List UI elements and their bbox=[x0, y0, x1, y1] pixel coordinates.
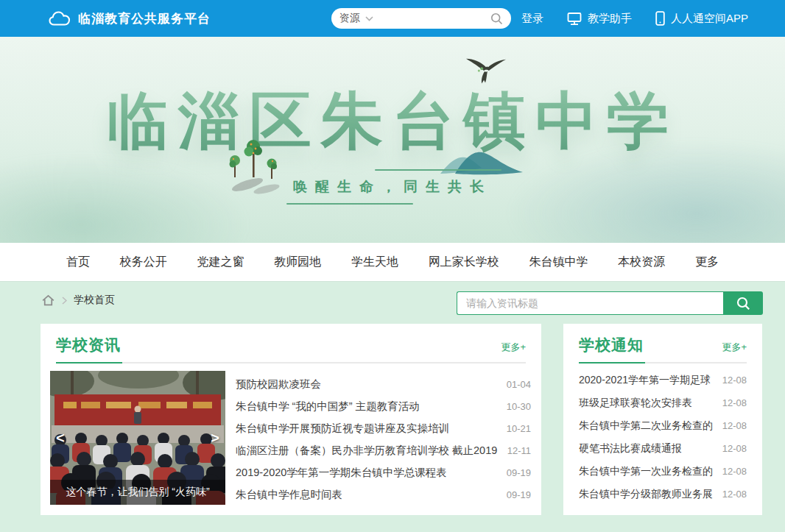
cloud-icon bbox=[49, 10, 71, 26]
login-label: 登录 bbox=[521, 12, 543, 26]
notice-item-date: 12-08 bbox=[722, 375, 747, 386]
school-notice-panel: 学校通知 更多+ 2020-2021学年第一学期足球 12-08 班级足球联赛轮… bbox=[563, 324, 762, 515]
news-item[interactable]: 2019-2020学年第一学期朱台镇中学总课程表 09-19 bbox=[236, 461, 531, 483]
news-item-title[interactable]: 预防校园欺凌班会 bbox=[236, 377, 498, 391]
notice-item-date: 12-08 bbox=[722, 397, 747, 408]
chevron-down-icon[interactable] bbox=[365, 16, 373, 21]
header-links: 登录 教学助手 人人通空间APP bbox=[521, 0, 748, 37]
carousel-caption[interactable]: 这个春节，让我们告别 “火药味” bbox=[50, 480, 225, 505]
banner-slogan-block: 唤醒生命，同生共长 bbox=[0, 169, 785, 205]
news-item[interactable]: 朱台镇中学开展预防近视专题讲座及实操培训 10-21 bbox=[236, 417, 531, 439]
notice-item-date: 12-08 bbox=[722, 420, 747, 431]
news-item-date: 10-21 bbox=[507, 423, 531, 434]
notice-item[interactable]: 2020-2021学年第一学期足球 12-08 bbox=[579, 369, 747, 391]
search-icon[interactable] bbox=[490, 13, 503, 25]
nav-item-student-world[interactable]: 学生天地 bbox=[351, 255, 398, 270]
breadcrumb-current[interactable]: 学校首页 bbox=[74, 294, 115, 307]
news-item-date: 12-11 bbox=[507, 445, 531, 456]
login-link[interactable]: 登录 bbox=[521, 12, 543, 26]
school-name-title: 临淄区朱台镇中学 bbox=[0, 79, 785, 163]
header-search-bar[interactable]: 资源 bbox=[331, 8, 511, 29]
notice-item-date: 12-08 bbox=[722, 489, 747, 500]
news-item-title[interactable]: 朱台镇中学开展预防近视专题讲座及实操培训 bbox=[236, 422, 498, 436]
notice-item[interactable]: 朱台镇中学第二次业务检查的 12-08 bbox=[579, 414, 747, 437]
notice-item-title[interactable]: 2020-2021学年第一学期足球 bbox=[579, 374, 714, 387]
news-item-title[interactable]: 朱台镇中学作息时间表 bbox=[236, 488, 498, 502]
notice-list: 2020-2021学年第一学期足球 12-08 班级足球联赛轮次安排表 12-0… bbox=[563, 363, 762, 506]
search-category-dropdown[interactable]: 资源 bbox=[339, 12, 360, 25]
notice-more-link[interactable]: 更多+ bbox=[722, 341, 747, 354]
news-panel-divider bbox=[56, 362, 526, 363]
school-banner: 临淄区朱台镇中学 bbox=[0, 37, 785, 243]
breadcrumb: 学校首页 bbox=[41, 294, 115, 307]
carousel-next-arrow[interactable]: > bbox=[211, 430, 219, 445]
notice-item[interactable]: 班级足球联赛轮次安排表 12-08 bbox=[579, 391, 747, 414]
nav-item-more[interactable]: 更多 bbox=[695, 255, 719, 270]
notice-panel-divider bbox=[579, 362, 747, 363]
swallow-icon bbox=[465, 57, 507, 91]
teaching-assistant-label: 教学助手 bbox=[588, 12, 632, 26]
carousel-prev-arrow[interactable]: < bbox=[56, 430, 65, 445]
news-search-button[interactable] bbox=[723, 291, 763, 315]
notice-item-title[interactable]: 朱台镇中学第一次业务检查的 bbox=[579, 465, 714, 478]
notice-item-title[interactable]: 班级足球联赛轮次安排表 bbox=[579, 397, 714, 410]
notice-item[interactable]: 硬笔书法比赛成绩通报 12-08 bbox=[579, 437, 747, 460]
phone-icon bbox=[655, 11, 665, 26]
notice-item-title[interactable]: 朱台镇中学分级部教师业务展 bbox=[579, 488, 714, 501]
news-item-date: 01-04 bbox=[507, 379, 531, 390]
teaching-assistant-link[interactable]: 教学助手 bbox=[567, 12, 632, 26]
news-item-title[interactable]: 2019-2020学年第一学期朱台镇中学总课程表 bbox=[236, 466, 498, 480]
slogan-line-bottom bbox=[286, 203, 413, 205]
news-panel-title: 学校资讯 bbox=[56, 335, 121, 355]
nav-item-teacher-garden[interactable]: 教师园地 bbox=[274, 255, 321, 270]
news-search-input[interactable] bbox=[457, 291, 723, 315]
page: 临淄教育公共服务平台 资源 登录 教学助手 bbox=[0, 0, 785, 532]
news-more-link[interactable]: 更多+ bbox=[501, 341, 526, 354]
news-item[interactable]: 朱台镇中学 “我的中国梦” 主题教育活动 10-30 bbox=[236, 395, 531, 417]
news-list: 预防校园欺凌班会 01-04 朱台镇中学 “我的中国梦” 主题教育活动 10-3… bbox=[236, 371, 531, 506]
news-item[interactable]: 预防校园欺凌班会 01-04 bbox=[236, 373, 531, 395]
top-header-bar: 临淄教育公共服务平台 资源 登录 教学助手 bbox=[0, 0, 785, 37]
news-item-title[interactable]: 临淄区注册（备案）民办非学历教育培训学校 截止2019 bbox=[236, 444, 499, 458]
news-item[interactable]: 朱台镇中学作息时间表 09-19 bbox=[236, 483, 531, 506]
renrentong-app-link[interactable]: 人人通空间APP bbox=[655, 11, 748, 26]
news-item[interactable]: 临淄区注册（备案）民办非学历教育培训学校 截止2019 12-11 bbox=[236, 439, 531, 461]
notice-item-title[interactable]: 硬笔书法比赛成绩通报 bbox=[579, 442, 714, 455]
notice-item-date: 12-08 bbox=[722, 443, 747, 454]
notice-item[interactable]: 朱台镇中学分级部教师业务展 12-08 bbox=[579, 483, 747, 506]
breadcrumb-chevron-icon bbox=[62, 297, 67, 305]
app-label: 人人通空间APP bbox=[671, 12, 748, 26]
nav-item-home[interactable]: 首页 bbox=[66, 255, 90, 270]
news-item-date: 09-19 bbox=[507, 489, 531, 500]
news-item-date: 09-19 bbox=[507, 467, 531, 478]
news-search-bar bbox=[457, 291, 763, 315]
main-navigation: 首页 校务公开 党建之窗 教师园地 学生天地 网上家长学校 朱台镇中学 本校资源… bbox=[0, 243, 785, 281]
news-item-title[interactable]: 朱台镇中学 “我的中国梦” 主题教育活动 bbox=[236, 400, 498, 414]
home-icon[interactable] bbox=[41, 294, 55, 307]
nav-item-school-affairs[interactable]: 校务公开 bbox=[120, 255, 167, 270]
slogan-line-top bbox=[375, 169, 501, 171]
nav-item-online-parent-school[interactable]: 网上家长学校 bbox=[429, 255, 499, 270]
notice-panel-title: 学校通知 bbox=[579, 335, 644, 355]
nav-item-party-building[interactable]: 党建之窗 bbox=[197, 255, 244, 270]
school-news-panel: 学校资讯 更多+ bbox=[41, 324, 541, 515]
notice-item-title[interactable]: 朱台镇中学第二次业务检查的 bbox=[579, 419, 714, 433]
notice-item[interactable]: 朱台镇中学第一次业务检查的 12-08 bbox=[579, 460, 747, 483]
news-item-date: 10-30 bbox=[507, 401, 531, 412]
notice-item-date: 12-08 bbox=[722, 466, 747, 477]
monitor-icon bbox=[567, 12, 582, 26]
platform-title: 临淄教育公共服务平台 bbox=[78, 10, 211, 27]
school-slogan: 唤醒生命，同生共长 bbox=[293, 177, 492, 196]
news-carousel[interactable]: < > 这个春节，让我们告别 “火药味” bbox=[50, 371, 225, 505]
nav-item-school-resources[interactable]: 本校资源 bbox=[618, 255, 665, 270]
platform-logo[interactable]: 临淄教育公共服务平台 bbox=[49, 0, 211, 37]
nav-item-zhutai-middle-school[interactable]: 朱台镇中学 bbox=[529, 255, 588, 270]
